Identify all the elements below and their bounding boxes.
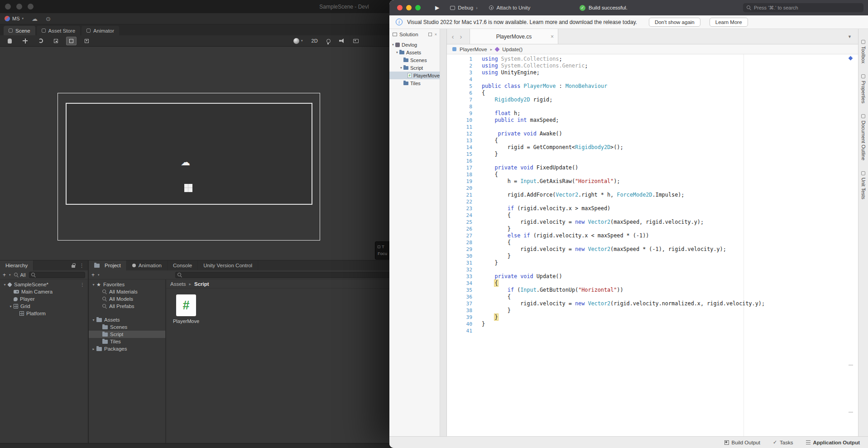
pad-tab-properties[interactable]: Properties	[861, 74, 866, 103]
tab-animator[interactable]: Animator	[82, 26, 119, 35]
statusbar-build-output[interactable]: Build Output	[724, 440, 760, 445]
tab-animation[interactable]: Animation	[127, 260, 168, 270]
code-text: public int maxSpeed;	[472, 117, 559, 124]
breadcrumb-update[interactable]: Update()	[502, 47, 523, 52]
audio-toggle-icon[interactable]	[339, 39, 345, 43]
expander-icon[interactable]: ▾	[2, 283, 8, 287]
dock-icon[interactable]	[428, 33, 432, 36]
hierarchy-item-player[interactable]: Player	[0, 295, 88, 303]
rotate-tool[interactable]	[35, 37, 46, 45]
lighting-toggle-icon[interactable]	[326, 39, 331, 43]
hierarchy-item-samplescene[interactable]: ▾SampleScene*⋮	[0, 281, 88, 288]
lock-icon[interactable]	[72, 265, 75, 268]
tab-icon	[9, 29, 13, 33]
breadcrumb-current[interactable]: Script	[194, 281, 209, 287]
transform-tool[interactable]	[82, 37, 92, 45]
vs-titlebar[interactable]: ▶ Debug › Attach to Unity Build successf…	[389, 0, 868, 15]
project-item-assets[interactable]: ▾Assets	[89, 316, 165, 323]
project-item-script[interactable]: Script	[89, 331, 165, 338]
tab-project[interactable]: Project	[89, 260, 127, 270]
effects-toggle-icon[interactable]	[353, 39, 359, 43]
expander-icon[interactable]: ▾	[395, 50, 399, 54]
scale-tool[interactable]	[51, 37, 61, 45]
project-item-favorites[interactable]: ▾★Favorites	[89, 281, 165, 288]
hierarchy-search-input[interactable]	[29, 272, 85, 278]
check-icon: ✓	[773, 440, 777, 445]
cloud-icon[interactable]: ☁	[32, 16, 38, 22]
dont-show-again-button[interactable]: Don't show again	[649, 18, 700, 27]
move-tool[interactable]	[20, 37, 30, 45]
solution-item-script[interactable]: ▾Script	[389, 64, 440, 72]
project-item-all-prefabs[interactable]: All Prefabs	[89, 303, 165, 310]
global-search-input[interactable]: Press '⌘.' to search	[743, 3, 863, 12]
project-item-all-materials[interactable]: All Materials	[89, 288, 165, 295]
chevron-down-icon: ▾	[22, 17, 24, 20]
statusbar-tasks[interactable]: ✓Tasks	[773, 440, 793, 445]
asset-playermove[interactable]: #PlayerMove	[173, 294, 199, 324]
learn-more-button[interactable]: Learn More	[710, 18, 748, 27]
player-sprite[interactable]	[184, 184, 192, 192]
statusbar-application-output[interactable]: Application Output	[806, 440, 860, 445]
tab-asset-store[interactable]: Asset Store	[37, 26, 80, 35]
more-menu-icon[interactable]: ⋮	[80, 282, 85, 287]
solution-item-playermove[interactable]: PlayerMove	[389, 72, 440, 79]
zoom-icon[interactable]	[415, 5, 421, 10]
solution-pad-header[interactable]: Solution ×	[389, 29, 440, 40]
project-item-packages[interactable]: ▸Packages	[89, 345, 165, 352]
expander-icon[interactable]: ▾	[399, 66, 403, 70]
close-tab-icon[interactable]: ×	[551, 34, 554, 40]
search-icon	[102, 304, 107, 308]
solution-item-devlog[interactable]: ▾Devlog	[389, 41, 440, 48]
solution-item-tiles[interactable]: Tiles	[389, 79, 440, 87]
solution-item-scenes[interactable]: Scenes	[389, 56, 440, 64]
services-icon[interactable]: ⊙	[46, 16, 51, 22]
project-item-scenes[interactable]: Scenes	[89, 323, 165, 331]
search-icon	[177, 273, 182, 277]
nav-back-button[interactable]: ‹	[449, 29, 457, 44]
2d-toggle[interactable]: 2D	[312, 38, 318, 43]
hierarchy-header: Hierarchy ⋮	[0, 260, 88, 270]
breadcrumb-root[interactable]: Assets	[170, 281, 186, 287]
expander-icon[interactable]: ▾	[391, 43, 395, 47]
breadcrumb-playermove[interactable]: PlayerMove	[460, 47, 487, 52]
account-menu[interactable]: MS ▾	[5, 16, 24, 21]
expander-icon[interactable]: ▾	[91, 283, 96, 287]
pad-tab-toolbox[interactable]: Toolbox	[861, 40, 866, 63]
tab-list-dropdown-icon[interactable]: ▼	[848, 34, 858, 39]
pad-tab-unit-tests[interactable]: Unit Tests	[861, 171, 866, 199]
search-filter-all[interactable]: All	[14, 272, 26, 278]
tab-hierarchy[interactable]: Hierarchy	[0, 260, 34, 270]
close-icon[interactable]	[397, 5, 403, 10]
view-tool[interactable]	[5, 37, 15, 45]
code-text: Rigidbody2D rigid;	[472, 96, 552, 103]
project-item-tiles[interactable]: Tiles	[89, 338, 165, 345]
add-object-button[interactable]: +	[3, 272, 6, 278]
tab-console[interactable]: Console	[168, 260, 198, 270]
tab-unity-version-control[interactable]: Unity Version Control	[198, 260, 258, 270]
hierarchy-item-main-camera[interactable]: Main Camera	[0, 288, 88, 295]
hierarchy-item-grid[interactable]: ▾Grid	[0, 303, 88, 310]
code-editor[interactable]: 1using System.Collections;2using System.…	[447, 54, 858, 436]
pane-splitter[interactable]	[440, 29, 447, 436]
close-icon[interactable]: ×	[435, 32, 437, 37]
more-menu-icon[interactable]: ⋮	[79, 263, 84, 269]
shading-mode-dropdown[interactable]: ▾	[293, 38, 303, 44]
minimize-icon[interactable]	[406, 5, 412, 10]
expander-icon[interactable]: ▸	[91, 347, 96, 351]
hierarchy-item-platform[interactable]: Platform	[0, 310, 88, 317]
code-text: rigid.AddForce(Vector2.right * h, ForceM…	[472, 192, 684, 198]
attach-to-unity-dropdown[interactable]: Attach to Unity	[489, 5, 530, 10]
debug-target-dropdown[interactable]: Debug ›	[450, 5, 477, 10]
add-asset-button[interactable]: +	[91, 272, 95, 278]
expander-icon[interactable]: ▾	[8, 304, 14, 308]
nav-forward-button[interactable]: ›	[457, 29, 465, 44]
expander-icon[interactable]: ▾	[91, 318, 96, 322]
rect-tool[interactable]	[66, 37, 77, 45]
project-item-all-models[interactable]: All Models	[89, 295, 165, 303]
solution-item-assets[interactable]: ▾Assets	[389, 48, 440, 56]
pad-tab-document-outline[interactable]: Document Outline	[861, 114, 866, 160]
run-button[interactable]: ▶	[435, 5, 439, 11]
cloud-sprite[interactable]: ☁	[181, 157, 190, 168]
tab-scene[interactable]: Scene	[4, 26, 35, 35]
tab-playermove-cs[interactable]: PlayerMove.cs ×	[470, 29, 558, 44]
